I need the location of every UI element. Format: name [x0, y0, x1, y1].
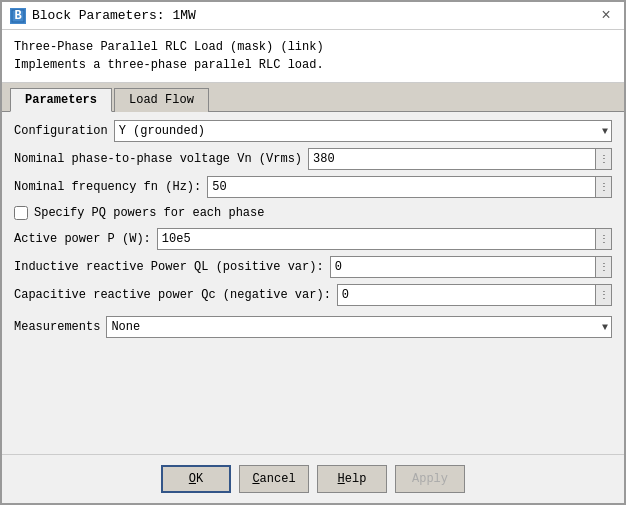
help-label: Help: [338, 472, 367, 486]
inductive-power-input-wrapper: ⋮: [330, 256, 612, 278]
voltage-label: Nominal phase-to-phase voltage Vn (Vrms): [14, 152, 302, 166]
active-power-label: Active power P (W):: [14, 232, 151, 246]
window-icon: B: [10, 8, 26, 24]
active-power-row: Active power P (W): ⋮: [14, 228, 612, 250]
capacitive-power-input[interactable]: [337, 284, 596, 306]
title-bar-left: B Block Parameters: 1MW: [10, 8, 196, 24]
apply-label: Apply: [412, 472, 448, 486]
voltage-menu-button[interactable]: ⋮: [596, 148, 612, 170]
capacitive-power-row: Capacitive reactive power Qc (negative v…: [14, 284, 612, 306]
configuration-select[interactable]: Y (grounded) Y (floating) Delta: [114, 120, 612, 142]
title-bar: B Block Parameters: 1MW ×: [2, 2, 624, 30]
close-button[interactable]: ×: [596, 6, 616, 26]
window-title: Block Parameters: 1MW: [32, 8, 196, 23]
configuration-label: Configuration: [14, 124, 108, 138]
specify-pq-label[interactable]: Specify PQ powers for each phase: [34, 206, 264, 220]
capacitive-power-label: Capacitive reactive power Qc (negative v…: [14, 288, 331, 302]
active-power-input[interactable]: [157, 228, 596, 250]
description-area: Three-Phase Parallel RLC Load (mask) (li…: [2, 30, 624, 83]
inductive-power-label: Inductive reactive Power QL (positive va…: [14, 260, 324, 274]
voltage-row: Nominal phase-to-phase voltage Vn (Vrms)…: [14, 148, 612, 170]
ok-label: OK: [189, 472, 203, 486]
tabs-row: Parameters Load Flow: [2, 83, 624, 112]
measurements-row: Measurements None Phase voltage Branch c…: [14, 316, 612, 338]
svg-text:B: B: [14, 9, 21, 23]
apply-button[interactable]: Apply: [395, 465, 465, 493]
voltage-input-wrapper: ⋮: [308, 148, 612, 170]
content-area: Configuration Y (grounded) Y (floating) …: [2, 112, 624, 454]
active-power-menu-button[interactable]: ⋮: [596, 228, 612, 250]
inductive-power-row: Inductive reactive Power QL (positive va…: [14, 256, 612, 278]
capacitive-power-input-wrapper: ⋮: [337, 284, 612, 306]
measurements-label: Measurements: [14, 320, 100, 334]
inductive-power-input[interactable]: [330, 256, 596, 278]
description-line2: Implements a three-phase parallel RLC lo…: [14, 56, 612, 74]
ok-button[interactable]: OK: [161, 465, 231, 493]
frequency-input[interactable]: [207, 176, 596, 198]
footer: OK Cancel Help Apply: [2, 454, 624, 503]
frequency-label: Nominal frequency fn (Hz):: [14, 180, 201, 194]
tab-load-flow[interactable]: Load Flow: [114, 88, 209, 112]
frequency-row: Nominal frequency fn (Hz): ⋮: [14, 176, 612, 198]
voltage-input[interactable]: [308, 148, 596, 170]
specify-pq-checkbox[interactable]: [14, 206, 28, 220]
active-power-input-wrapper: ⋮: [157, 228, 612, 250]
main-window: B Block Parameters: 1MW × Three-Phase Pa…: [0, 0, 626, 505]
measurements-dropdown-wrapper: None Phase voltage Branch current Branch…: [106, 316, 612, 338]
configuration-row: Configuration Y (grounded) Y (floating) …: [14, 120, 612, 142]
frequency-menu-button[interactable]: ⋮: [596, 176, 612, 198]
inductive-power-menu-button[interactable]: ⋮: [596, 256, 612, 278]
tab-parameters[interactable]: Parameters: [10, 88, 112, 112]
capacitive-power-menu-button[interactable]: ⋮: [596, 284, 612, 306]
frequency-input-wrapper: ⋮: [207, 176, 612, 198]
cancel-button[interactable]: Cancel: [239, 465, 309, 493]
description-line1: Three-Phase Parallel RLC Load (mask) (li…: [14, 38, 612, 56]
configuration-dropdown-wrapper: Y (grounded) Y (floating) Delta ▼: [114, 120, 612, 142]
help-button[interactable]: Help: [317, 465, 387, 493]
specify-pq-row: Specify PQ powers for each phase: [14, 204, 612, 222]
measurements-select[interactable]: None Phase voltage Branch current Branch…: [106, 316, 612, 338]
cancel-label: Cancel: [252, 472, 295, 486]
